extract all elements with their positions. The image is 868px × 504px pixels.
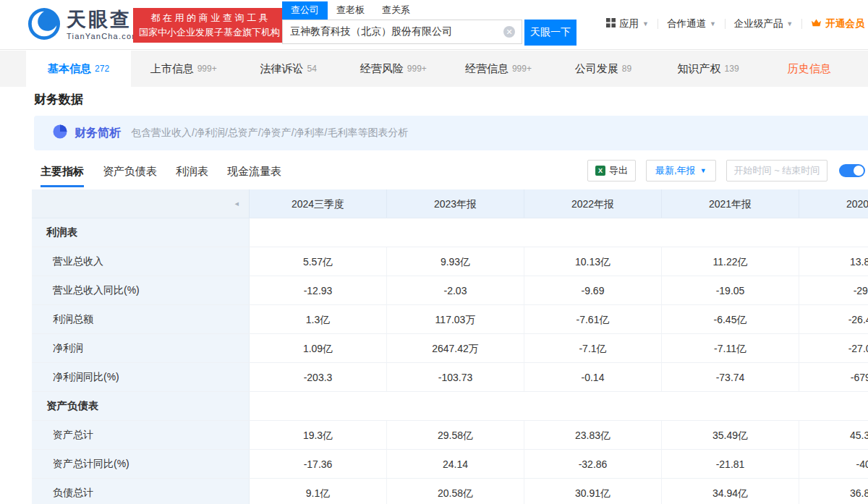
tab-label: 知识产权 xyxy=(678,62,721,76)
tab-operation-info[interactable]: 经营信息 999+ xyxy=(446,51,550,87)
table-cell: -7.11亿 xyxy=(662,334,799,362)
table-cell: -32.86 xyxy=(524,450,662,478)
row-label: 负债总计 xyxy=(32,479,250,504)
search-tab-company[interactable]: 查公司 xyxy=(282,1,328,20)
table-cell: -7.1亿 xyxy=(524,334,662,362)
company-nav: 基本信息 272 上市信息 999+ 法律诉讼 54 经营风险 999+ 经营信… xyxy=(0,51,868,87)
date-range-input[interactable]: 开始时间 ~ 结束时间 xyxy=(726,160,828,181)
promo-banner: 都 在 用 的 商 业 查 询 工 具 国家中小企业发展子基金旗下机构 xyxy=(133,8,286,43)
tab-company-development[interactable]: 公司发展 89 xyxy=(550,51,655,87)
row-label: 营业总收入 xyxy=(32,247,250,276)
table-cell: 23.83亿 xyxy=(524,421,662,449)
table-cell: -29.97 xyxy=(799,276,868,304)
table-corner-cell: ◂ xyxy=(32,189,250,218)
export-label: 导出 xyxy=(609,164,628,177)
search-tab-boss[interactable]: 查老板 xyxy=(328,1,373,20)
table-cell: 11.22亿 xyxy=(662,247,799,276)
row-label: 营业总收入同比(%) xyxy=(32,276,250,304)
column-header: 2021年报 xyxy=(662,189,799,218)
table-cell: -21.81 xyxy=(662,450,799,478)
table-row: 净利润1.09亿2647.42万-7.1亿-7.11亿-27.07亿 xyxy=(32,334,868,363)
menu-apps[interactable]: 应用 ▼ xyxy=(597,17,658,30)
chevron-down-icon: ▼ xyxy=(642,20,649,27)
tianyancha-logo[interactable]: 天眼查 TianYanCha.com xyxy=(27,7,140,43)
table-cell: 10.13亿 xyxy=(524,247,662,276)
logo-subtitle: TianYanCha.com xyxy=(67,32,140,40)
table-row: 利润表 xyxy=(32,218,868,247)
menu-vip[interactable]: 开通会员 ▼ xyxy=(802,17,868,30)
tab-label: 法律诉讼 xyxy=(260,62,304,76)
tab-label: 公司发展 xyxy=(575,62,618,76)
top-menu: 应用 ▼ 合作通道 ▼ 企业级产品 ▼ 开通会员 ▼ xyxy=(597,17,868,30)
table-cell: 30.91亿 xyxy=(524,479,662,504)
chevron-down-icon: ▼ xyxy=(786,20,793,27)
menu-enterprise-label: 企业级产品 xyxy=(734,17,783,30)
financial-table: ◂2024三季度2023年报2022年报2021年报2020年报利润表营业总收入… xyxy=(32,189,868,504)
hide-empty-toggle[interactable] xyxy=(839,164,865,177)
chevron-down-icon: ▼ xyxy=(710,20,716,27)
tab-history-info[interactable]: 历史信息 xyxy=(761,51,868,87)
tab-count: 54 xyxy=(307,64,317,74)
toggle-knob xyxy=(854,166,864,176)
table-cell: 29.58亿 xyxy=(387,421,524,449)
tab-count: 272 xyxy=(95,64,109,74)
table-cell: -73.74 xyxy=(662,363,799,391)
pie-chart-icon xyxy=(53,124,67,142)
row-label: 资产总计同比(%) xyxy=(32,450,250,478)
tab-count: 89 xyxy=(622,64,631,74)
search-tab-relation[interactable]: 查关系 xyxy=(373,1,419,20)
table-cell: -103.73 xyxy=(387,363,524,391)
row-label: 资产总计 xyxy=(32,421,250,449)
tab-count: 999+ xyxy=(512,64,532,74)
tab-count: 999+ xyxy=(407,64,427,74)
table-header-row: ◂2024三季度2023年报2022年报2021年报2020年报 xyxy=(32,189,868,218)
table-row: 营业总收入同比(%)-12.93-2.03-9.69-19.05-29.97 xyxy=(32,276,868,305)
report-filter-dropdown[interactable]: 最新,年报 ▼ xyxy=(646,160,716,181)
subtab-cash-flow[interactable]: 现金流量表 xyxy=(227,165,281,187)
subtab-income-statement[interactable]: 利润表 xyxy=(176,165,208,187)
table-cell: 13.86亿 xyxy=(799,247,868,276)
report-filter-value: 最新,年报 xyxy=(655,164,696,177)
search-input[interactable] xyxy=(282,20,522,44)
table-cell: 1.3亿 xyxy=(250,305,387,333)
menu-partners[interactable]: 合作通道 ▼ xyxy=(658,17,725,30)
column-header: 2024三季度 xyxy=(250,189,387,218)
financial-analysis-banner[interactable]: 财务简析 包含营业收入/净利润/总资产/净资产/净利率/毛利率等图表分析 xyxy=(34,116,868,150)
table-row: 资产负债表 xyxy=(32,392,868,421)
table-cell: 20.58亿 xyxy=(387,479,524,504)
table-cell: -26.42亿 xyxy=(799,305,868,333)
tab-legal-litigation[interactable]: 法律诉讼 54 xyxy=(236,51,341,87)
menu-enterprise[interactable]: 企业级产品 ▼ xyxy=(726,17,801,30)
table-cell: -6.45亿 xyxy=(662,305,799,333)
promo-line2: 国家中小企业发展子基金旗下机构 xyxy=(139,25,280,40)
table-cell: 117.03万 xyxy=(387,305,524,333)
section-title-financial-data: 财务数据 xyxy=(34,91,83,108)
table-cell: 19.3亿 xyxy=(250,421,387,449)
tab-operation-risk[interactable]: 经营风险 999+ xyxy=(341,51,446,87)
company-nav-tabs: 基本信息 272 上市信息 999+ 法律诉讼 54 经营风险 999+ 经营信… xyxy=(0,51,868,87)
analysis-title: 财务简析 xyxy=(75,126,121,141)
subtab-balance-sheet[interactable]: 资产负债表 xyxy=(103,165,157,187)
table-row: 净利润同比(%)-203.3-103.73-0.14-73.74-6794.3 xyxy=(32,363,868,392)
table-cell: 5.57亿 xyxy=(250,247,387,276)
table-cell: 24.14 xyxy=(387,450,524,478)
subtab-key-indicators[interactable]: 主要指标 xyxy=(41,165,84,187)
tab-intellectual-property[interactable]: 知识产权 139 xyxy=(656,51,761,87)
table-cell: 45.39亿 xyxy=(799,421,868,449)
tab-basic-info[interactable]: 基本信息 272 xyxy=(26,51,131,87)
table-cell: 35.49亿 xyxy=(662,421,799,449)
table-row: 资产总计19.3亿29.58亿23.83亿35.49亿45.39亿 xyxy=(32,421,868,450)
table-cell: -0.14 xyxy=(524,363,662,391)
tab-listing-info[interactable]: 上市信息 999+ xyxy=(131,51,236,87)
menu-apps-label: 应用 xyxy=(619,17,639,30)
table-cell: -2.03 xyxy=(387,276,524,304)
collapse-left-icon[interactable]: ◂ xyxy=(234,199,239,208)
menu-partners-label: 合作通道 xyxy=(667,17,706,30)
promo-line1: 都 在 用 的 商 业 查 询 工 具 xyxy=(139,11,280,25)
financial-sub-tabs: 主要指标 资产负债表 利润表 现金流量表 xyxy=(41,165,281,187)
table-cell: -40.7 xyxy=(799,450,868,478)
export-button[interactable]: X 导出 xyxy=(587,160,636,181)
clear-icon[interactable]: ✕ xyxy=(503,26,515,38)
table-cell: -6794.3 xyxy=(799,363,868,391)
search-button[interactable]: 天眼一下 xyxy=(524,20,576,46)
